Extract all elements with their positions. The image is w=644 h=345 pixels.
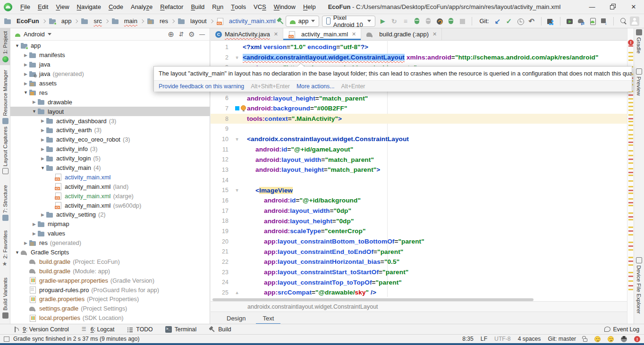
expand-arrow-icon[interactable]: ▼: [14, 43, 20, 48]
xml-breadcrumb[interactable]: androidx.constraintlayout.widget.Constra…: [211, 301, 632, 311]
event-log-button[interactable]: Event Log: [604, 326, 639, 333]
warning-mark[interactable]: [628, 114, 633, 116]
incognito-icon[interactable]: [621, 336, 627, 342]
code-line-16[interactable]: 16android:id="@+id/background": [211, 195, 632, 206]
menu-code[interactable]: Code: [105, 0, 127, 14]
expand-arrow-icon[interactable]: ▶: [40, 128, 46, 133]
profile-app-icon[interactable]: [446, 17, 456, 26]
intention-bulb-icon[interactable]: [241, 105, 246, 110]
tool-stripe-7-structure[interactable]: 7: Structure: [0, 185, 10, 221]
breadcrumb-res[interactable]: res: [147, 17, 168, 25]
menu-analyze[interactable]: Analyze: [127, 0, 156, 14]
warning-mark[interactable]: [628, 109, 633, 111]
caret-position[interactable]: 8:35: [462, 336, 474, 342]
code-line-25[interactable]: 25▵app:srcCompat="@drawable/sky" />: [211, 287, 632, 298]
warning-mark[interactable]: [628, 205, 633, 206]
tool-window-button-build[interactable]: Build: [209, 326, 231, 333]
warning-mark[interactable]: [628, 280, 633, 282]
lock-open-icon[interactable]: [583, 338, 587, 342]
warning-mark[interactable]: [628, 175, 633, 176]
error-mark[interactable]: [628, 142, 633, 143]
tab-design[interactable]: Design: [220, 312, 252, 325]
update-project-icon[interactable]: [493, 17, 502, 26]
code-line-24[interactable]: 24app:layout_constraintTop_toTopOf="pare…: [211, 277, 632, 287]
tree-node-activity_main-xml[interactable]: activity_main.xml(land): [10, 182, 210, 191]
commit-icon[interactable]: [504, 17, 514, 26]
menu-edit[interactable]: Edit: [34, 0, 52, 14]
frown-feedback-icon[interactable]: [608, 336, 614, 342]
close-tab-icon[interactable]: ✕: [352, 31, 356, 37]
tree-node-local-properties[interactable]: local.properties(SDK Location): [10, 313, 210, 323]
tool-stripe-build-variants[interactable]: Build Variants: [0, 278, 10, 319]
close-button[interactable]: ✕: [623, 0, 644, 14]
code-line-2[interactable]: 2▿<androidx.constraintlayout.widget.Cons…: [211, 52, 632, 63]
history-icon[interactable]: [516, 17, 525, 26]
tool-stripe-resource-manager[interactable]: Resource Manager: [0, 70, 10, 124]
tree-node-res[interactable]: ▶res(generated): [10, 238, 210, 248]
code-line-21[interactable]: 21app:layout_constraintEnd_toEndOf="pare…: [211, 246, 632, 257]
warning-mark[interactable]: [628, 289, 633, 290]
code-line-20[interactable]: 20app:layout_constraintBottom_toBottomOf…: [211, 236, 632, 247]
warning-mark[interactable]: [628, 155, 633, 156]
tree-node-app[interactable]: ▼app: [10, 41, 210, 50]
tool-stripe-preview[interactable]: Preview: [634, 68, 644, 96]
code-line-1[interactable]: 1<?xml version="1.0" encoding="utf-8"?>: [211, 42, 632, 52]
error-mark[interactable]: [628, 276, 633, 277]
error-mark[interactable]: [628, 159, 633, 160]
code-line-9[interactable]: 9: [211, 124, 632, 134]
sdk-manager-icon[interactable]: [588, 17, 597, 26]
tree-node-activity_eco_oreo_robot[interactable]: ▶activity_eco_oreo_robot(3): [10, 135, 210, 144]
breadcrumb-ecofun[interactable]: EcoFun: [4, 17, 39, 25]
menu-build[interactable]: Build: [187, 0, 208, 14]
tree-node-build-gradle[interactable]: build.gradle(Module: app): [10, 266, 210, 276]
code-line-10[interactable]: 10▿<androidx.constraintlayout.widget.Con…: [211, 134, 632, 144]
error-mark[interactable]: [628, 285, 633, 286]
tool-window-switcher-icon[interactable]: [4, 337, 9, 342]
expand-arrow-icon[interactable]: ▶: [23, 53, 29, 58]
menu-view[interactable]: View: [52, 0, 73, 14]
expand-arrow-icon[interactable]: ▼: [40, 166, 46, 170]
warning-mark[interactable]: [628, 227, 633, 228]
warning-mark[interactable]: [628, 168, 633, 169]
more-actions-link[interactable]: More actions...: [297, 83, 335, 90]
color-preview-swatch[interactable]: [235, 106, 239, 110]
fold-end-icon[interactable]: ▵: [231, 290, 243, 295]
tree-node-activity_setting[interactable]: ▶activity_setting(2): [10, 210, 210, 219]
tree-node-mipmap[interactable]: ▶mipmap: [10, 219, 210, 229]
warning-mark[interactable]: [628, 59, 633, 61]
warning-mark[interactable]: [628, 193, 633, 194]
avd-manager-icon[interactable]: [565, 17, 575, 26]
code-line-11[interactable]: 11android:id="@+id/gameLayout": [211, 144, 632, 155]
warning-mark[interactable]: [628, 138, 633, 139]
collapse-icon[interactable]: [177, 30, 186, 39]
provide-feedback-link[interactable]: Provide feedback on this warning: [159, 83, 244, 90]
tree-node-drawable[interactable]: ▶drawable: [10, 97, 210, 107]
close-tab-icon[interactable]: ✕: [274, 31, 278, 37]
layout-inspector-icon[interactable]: [546, 17, 555, 26]
expand-arrow-icon[interactable]: ▼: [31, 109, 37, 114]
warning-mark[interactable]: [628, 186, 633, 187]
attach-debugger-icon[interactable]: [424, 17, 433, 26]
warning-mark[interactable]: [628, 52, 633, 53]
warning-mark[interactable]: [628, 198, 633, 200]
tree-node-activity_info[interactable]: ▶activity_info(3): [10, 144, 210, 154]
tree-node-activity_main-xml[interactable]: activity_main.xml(xlarge): [10, 191, 210, 201]
tree-node-proguard-rules-pro[interactable]: proguard-rules.pro(ProGuard Rules for ap…: [10, 285, 210, 295]
minimize-button[interactable]: —: [582, 0, 602, 14]
error-mark[interactable]: [628, 216, 633, 218]
warning-mark[interactable]: [628, 134, 633, 135]
code-line-18[interactable]: 18android:layout_height="0dp": [211, 216, 632, 226]
error-mark[interactable]: [628, 118, 633, 119]
tree-node-gradle-wrapper-properties[interactable]: gradle-wrapper.properties(Gradle Version…: [10, 276, 210, 285]
warning-mark[interactable]: [628, 257, 633, 258]
gradle-sync-icon[interactable]: [576, 17, 586, 26]
error-mark[interactable]: [628, 230, 633, 232]
expand-arrow-icon[interactable]: ▶: [40, 212, 46, 217]
tool-window-button-todo[interactable]: TODO: [127, 326, 153, 333]
tree-node-gradle-scripts[interactable]: ▼Gradle Scripts: [10, 248, 210, 257]
menu-file[interactable]: File: [17, 0, 34, 14]
expand-arrow-icon[interactable]: ▶: [40, 147, 46, 151]
warning-mark[interactable]: [628, 162, 633, 164]
error-mark[interactable]: [628, 202, 633, 203]
warning-mark[interactable]: [628, 98, 633, 100]
